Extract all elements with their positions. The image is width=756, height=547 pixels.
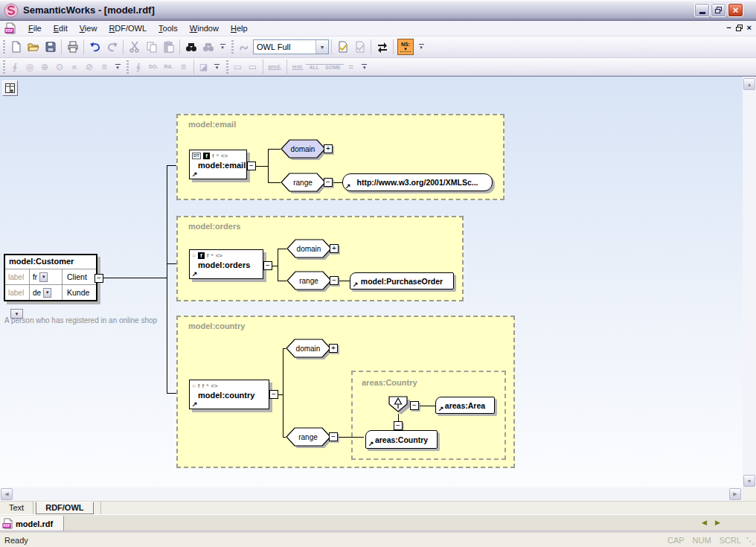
menu-help[interactable]: Help — [225, 22, 254, 34]
isa-collapse-toggle[interactable]: − — [410, 401, 419, 410]
email-property-node[interactable]: DT f f * <> model:email ↗ — [189, 150, 247, 179]
menu-window[interactable]: Window — [184, 22, 225, 34]
validate-button[interactable] — [351, 39, 368, 55]
scroll-down-button[interactable]: ▼ — [743, 475, 755, 487]
orders-domain-expand[interactable]: + — [330, 244, 339, 253]
tool-circles-icon[interactable]: ◎ — [22, 60, 37, 74]
menu-rdfowl[interactable]: RDF/OWL — [103, 22, 153, 34]
orders-range-hexagon[interactable]: range — [286, 271, 333, 293]
paste-button[interactable] — [160, 39, 177, 55]
scroll-up-button[interactable]: ▲ — [743, 78, 755, 90]
orders-domain-hexagon[interactable]: domain — [286, 239, 333, 261]
tool-connector-icon[interactable]: ∝ — [67, 60, 82, 74]
mdi-minimize-button[interactable]: − — [726, 23, 731, 32]
tool-plus-circle-icon[interactable]: ⊕ — [37, 60, 52, 74]
copy-button[interactable] — [143, 39, 160, 55]
toolbar-grip[interactable] — [231, 40, 234, 54]
tool-restriction-button[interactable]: rest. — [289, 64, 307, 69]
toolbar-overflow-icon[interactable]: ▾ — [417, 44, 426, 50]
toolbar-grip[interactable] — [3, 60, 5, 74]
menu-file[interactable]: File — [22, 22, 48, 34]
doc-tab-scroll-left-icon[interactable]: ◀ — [702, 519, 707, 526]
tool-pin-icon[interactable]: ∮ — [7, 60, 22, 74]
toolbar-grip[interactable] — [126, 60, 129, 74]
tool-allvalues-button[interactable]: ALL — [306, 64, 322, 70]
orders-range-collapse[interactable]: − — [330, 276, 339, 285]
tool-predicate-button[interactable]: pred. — [266, 64, 284, 69]
scroll-left-button[interactable]: ◀ — [1, 488, 13, 500]
tool-pin-icon[interactable]: ∮ — [131, 60, 146, 74]
language-select[interactable]: de▼ — [29, 285, 63, 300]
email-range-hexagon[interactable]: range — [281, 173, 327, 195]
horizontal-scrollbar[interactable]: ◀ ▶ — [0, 487, 743, 501]
email-range-collapse[interactable]: − — [324, 178, 333, 187]
isa-relation-icon[interactable] — [388, 396, 412, 417]
toolbar-overflow-icon[interactable]: ▾ — [218, 44, 227, 50]
doc-tab-scroll-right-icon[interactable]: ▶ — [715, 519, 720, 526]
country-collapse-toggle[interactable]: − — [269, 390, 278, 399]
areas-area-node[interactable]: areas:Area ↗ — [435, 397, 495, 414]
open-file-button[interactable] — [25, 39, 42, 55]
tool-rect2-icon[interactable]: ▭ — [246, 60, 260, 74]
restore-button[interactable] — [711, 3, 726, 17]
superclass-collapse-toggle[interactable]: − — [394, 421, 403, 430]
cut-button[interactable] — [126, 39, 143, 55]
find-button[interactable] — [182, 39, 199, 55]
toolbar-overflow-icon[interactable]: ▾ — [113, 64, 122, 70]
link-button[interactable] — [236, 39, 253, 55]
combo-dropdown-icon[interactable]: ▼ — [315, 40, 328, 54]
vertical-scrollbar[interactable]: ▲ ▼ — [743, 76, 756, 487]
sync-views-button[interactable] — [374, 39, 391, 55]
menu-edit[interactable]: Edit — [48, 22, 74, 34]
tab-text-view[interactable]: Text — [0, 502, 33, 514]
check-syntax-button[interactable] — [334, 39, 351, 55]
owl-mode-select[interactable]: OWL Full ▼ — [253, 39, 329, 54]
mdi-close-button[interactable]: × — [747, 23, 752, 32]
find-next-button[interactable] — [199, 39, 217, 55]
minimize-button[interactable] — [694, 3, 710, 17]
menu-tools[interactable]: Tools — [153, 22, 184, 34]
toolbar-grip[interactable] — [3, 40, 5, 54]
country-range-hexagon[interactable]: range — [286, 427, 332, 450]
document-tab-model-rdf[interactable]: RDF model.rdf — [0, 516, 64, 531]
customer-collapse-toggle[interactable]: − — [94, 274, 103, 283]
email-domain-expand[interactable]: + — [324, 144, 333, 153]
mdi-restore-button[interactable] — [736, 25, 743, 31]
print-button[interactable] — [64, 39, 81, 55]
tool-somevalues-button[interactable]: SOME — [322, 64, 344, 70]
tool-equals-icon[interactable]: = — [344, 60, 359, 74]
document-rdf-icon[interactable]: RDF — [4, 22, 16, 34]
orders-property-node[interactable]: ○ f f * <> model:orders ↗ — [189, 249, 263, 279]
toolbar-overflow-icon[interactable]: ▾ — [213, 64, 222, 70]
language-select[interactable]: fr▼ — [29, 269, 63, 284]
areas-country-node[interactable]: areas:Country ↗ — [365, 430, 438, 449]
orders-collapse-toggle[interactable]: − — [263, 261, 272, 270]
tool-domain-button[interactable]: DO. — [146, 64, 161, 69]
email-range-target[interactable]: http://www.w3.org/2001/XMLSc... ↗ — [342, 173, 493, 191]
scroll-right-button[interactable]: ▶ — [729, 488, 741, 500]
namespace-button[interactable]: NS: ▼ — [397, 39, 414, 55]
resize-grip-icon[interactable]: ⋱ — [746, 536, 755, 546]
undo-button[interactable] — [86, 39, 103, 55]
tool-dot-circle-icon[interactable]: ⊙ — [52, 60, 67, 74]
menu-view[interactable]: View — [74, 22, 103, 34]
redo-button[interactable] — [103, 39, 121, 55]
new-file-button[interactable] — [7, 39, 25, 55]
save-button[interactable] — [42, 39, 59, 55]
country-domain-hexagon[interactable]: domain — [286, 339, 332, 361]
tool-bars-icon[interactable]: ≡ — [176, 60, 191, 74]
email-domain-hexagon[interactable]: domain — [281, 139, 327, 161]
email-collapse-toggle[interactable]: − — [247, 161, 256, 170]
tool-slash-circle-icon[interactable]: ⊘ — [82, 60, 97, 74]
country-range-collapse[interactable]: − — [329, 432, 338, 441]
toolbar-overflow-icon[interactable]: ▾ — [360, 64, 369, 70]
close-button[interactable]: × — [728, 3, 743, 17]
tool-fill-square-icon[interactable]: ◪ — [196, 60, 211, 74]
tool-bars-icon[interactable]: ≡ — [97, 60, 112, 74]
toolbar-grip[interactable] — [226, 60, 228, 74]
tool-range-button[interactable]: RA. — [161, 64, 176, 69]
country-property-node[interactable]: ○ f f * <> model:country ↗ — [189, 380, 269, 409]
orders-range-target[interactable]: model:PurchaseOrder ↗ — [350, 272, 454, 290]
tab-rdfowl-view[interactable]: RDF/OWL — [36, 502, 93, 514]
tool-rect-icon[interactable]: ▭ — [231, 60, 246, 74]
